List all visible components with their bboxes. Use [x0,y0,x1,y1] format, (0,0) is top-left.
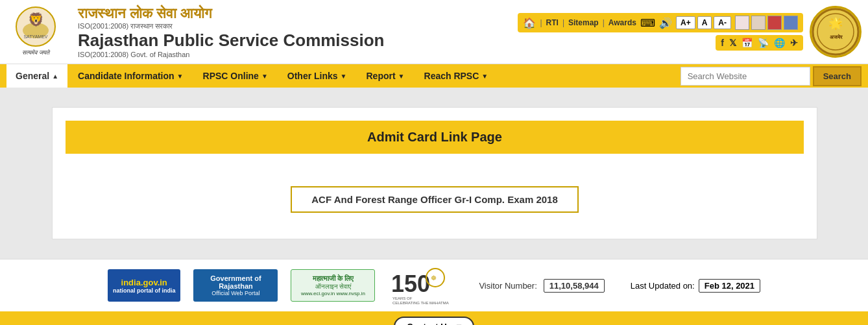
svg-text:150: 150 [391,271,430,297]
raj-gov-sub: Official Web Portal [211,290,259,296]
font-size-controls: A+ A A- [676,16,731,29]
audio-icon[interactable]: 🔊 [659,17,672,29]
green-line1: महात्माजी के लिए [313,274,354,283]
national-emblem-icon: 🦁 SATYAMEV [15,6,57,48]
svg-point-4 [813,9,858,54]
nav-general[interactable]: General ▲ [6,64,67,88]
globe-icon[interactable]: 🌐 [774,38,785,48]
raj-gov-logo[interactable]: Government of Rajasthan Official Web Por… [193,269,278,302]
font-increase-btn[interactable]: A+ [676,16,695,29]
india-gov-tagline: national portal of india [113,287,176,294]
green-url: www.eci.gov.in www.nvsp.in [301,291,365,296]
green-logo[interactable]: महात्माजी के लिए ऑनलाइन सेवाएं www.eci.g… [291,269,375,302]
nav-candidate-information[interactable]: Candidate Information ▼ [69,64,192,88]
svg-text:YEARS OF: YEARS OF [392,296,413,300]
admit-card-title: Admit Card Link Page [66,121,804,154]
facebook-icon[interactable]: f [721,38,724,48]
search-input[interactable] [681,67,810,86]
logo-left: 🦁 SATYAMEV सत्यमेव जयते [6,6,65,58]
green-line2: ऑनलाइन सेवाएं [315,283,352,291]
swatch-cream[interactable] [751,16,766,30]
exam-link-button[interactable]: ACF And Forest Range Officer Gr-I Comp. … [291,186,579,213]
satyamev-text: सत्यमेव जयते [22,49,49,56]
bottom-bar: Contact Us: ▾ [0,311,868,325]
social-icons-bar: f 𝕏 📅 📡 🌐 ✈ [716,35,803,51]
emblem-container: 🦁 SATYAMEV सत्यमेव जयते [13,6,58,58]
header-right-controls: 🏠 | RTI | Sitemap | Awards ⌨ 🔊 A+ A A- f [518,13,803,51]
keyboard-icon[interactable]: ⌨ [640,17,655,29]
raj-gov-label: Government of Rajasthan [199,274,272,290]
header: 🦁 SATYAMEV सत्यमेव जयते राजस्थान लोक सेव… [0,0,868,64]
svg-text:अजमेर: अजमेर [830,34,843,40]
india-gov-domain: india.gov.in [121,278,167,287]
sitemap-link[interactable]: Sitemap [568,18,599,27]
celebration-logo: 150 ☸ YEARS OF CELEBRATING THE MAHATMA [388,266,453,305]
font-normal-btn[interactable]: A [697,16,712,29]
hindi-title: राजस्थान लोक सेवा आयोग [78,5,511,22]
150-years-icon: 150 ☸ YEARS OF CELEBRATING THE MAHATMA [390,266,452,305]
nav-rpsc-online[interactable]: RPSC Online ▼ [194,64,277,88]
contact-us-button[interactable]: Contact Us: ▾ [394,317,474,325]
header-center: राजस्थान लोक सेवा आयोग ISO(2001:2008) रा… [71,5,511,58]
reach-rpsc-arrow-icon: ▼ [481,73,488,80]
svg-text:CELEBRATING THE MAHATMA: CELEBRATING THE MAHATMA [392,301,449,305]
rpsc-online-arrow-icon: ▼ [261,73,268,80]
visitor-label: Visitor Number: [479,281,536,291]
swatch-red[interactable] [767,16,782,30]
org-name: Rajasthan Public Service Commission [78,30,511,51]
visitor-info: Visitor Number: 11,10,58,944 [479,279,604,293]
rss-icon[interactable]: 📡 [758,38,769,48]
nav-reach-rpsc[interactable]: Reach RPSC ▼ [415,64,498,88]
candidate-arrow-icon: ▼ [177,73,184,80]
home-icon[interactable]: 🏠 [523,17,536,29]
search-button[interactable]: Search [813,66,862,86]
main-content-wrapper: Admit Card Link Page ACF And Forest Rang… [0,88,868,259]
svg-text:☸: ☸ [431,274,437,282]
font-decrease-btn[interactable]: A- [714,16,731,29]
main-navbar: General ▲ Candidate Information ▼ RPSC O… [0,64,868,88]
plane-icon[interactable]: ✈ [790,38,798,48]
updated-label: Last Updated on: [631,281,695,291]
svg-text:🌟: 🌟 [828,16,843,30]
swatch-blue[interactable] [784,16,798,30]
exam-link-container: ACF And Forest Range Officer Gr-I Comp. … [66,173,804,226]
general-arrow-icon: ▲ [52,73,58,80]
nav-other-links[interactable]: Other Links ▼ [278,64,356,88]
svg-text:SATYAMEV: SATYAMEV [23,34,47,39]
org-subtitle: ISO(2001:2008) Govt. of Rajasthan [78,51,511,58]
visitor-count: 11,10,58,944 [544,279,605,293]
main-content-box: Admit Card Link Page ACF And Forest Rang… [52,107,817,239]
iso-top: ISO(2001:2008) राजस्थान सरकार [78,22,511,30]
calendar-icon[interactable]: 📅 [741,38,753,48]
search-area: Search [681,66,862,86]
color-swatches [735,16,798,30]
svg-text:🦁: 🦁 [27,12,43,27]
raj-seal-image: 🌟 अजमेर [810,6,862,58]
report-arrow-icon: ▼ [398,73,405,80]
awards-link[interactable]: Awards [609,18,636,27]
other-links-arrow-icon: ▼ [341,73,347,80]
swatch-white[interactable] [735,16,749,30]
india-gov-logo[interactable]: india.gov.in national portal of india [108,269,181,302]
footer-logos-bar: india.gov.in national portal of india Go… [0,259,868,311]
updated-date: Feb 12, 2021 [699,279,760,293]
updated-info: Last Updated on: Feb 12, 2021 [631,279,760,293]
nav-report[interactable]: Report ▼ [357,64,413,88]
twitter-icon[interactable]: 𝕏 [729,38,736,48]
top-links-bar: 🏠 | RTI | Sitemap | Awards ⌨ 🔊 A+ A A- [518,13,803,32]
rti-link[interactable]: RTI [546,18,559,27]
rajasthan-seal: 🌟 अजमेर [810,6,862,58]
